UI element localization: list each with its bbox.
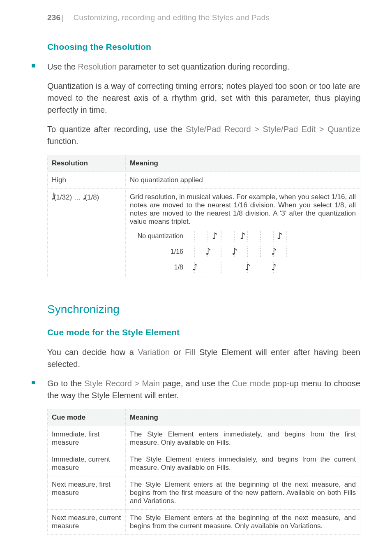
table-header-row: Cue mode Meaning	[48, 409, 360, 426]
cell: Immediate, current measure	[48, 451, 126, 476]
text: You can decide how a	[47, 348, 138, 357]
text: page, and use the	[160, 379, 232, 388]
cell: The Style Element enters immediately, an…	[126, 426, 360, 451]
quantize-row: 1/8 ♪♪♪	[130, 261, 356, 274]
text-emph: Fill	[185, 348, 196, 357]
svg-text:♪: ♪	[277, 231, 283, 241]
resolution-table: Resolution Meaning High No quantization …	[47, 155, 360, 278]
cell: Next measure, first measure	[48, 476, 126, 510]
notes-diagram-icon: ♪♪♪	[191, 246, 297, 258]
cell: The Style Element enters immediately, an…	[126, 451, 360, 476]
cell: The Style Element enters at the beginnin…	[126, 476, 360, 510]
notes-diagram-icon: ♪♪♪	[191, 261, 297, 274]
text: (1/32) …	[52, 193, 83, 201]
svg-text:♪: ♪	[245, 262, 251, 272]
cell: Grid resolution, in musical values. For …	[126, 189, 360, 278]
subheading-resolution: Choosing the Resolution	[47, 42, 360, 52]
svg-text:♪: ♪	[271, 246, 277, 257]
cell: 𝅘𝅥𝅱 (1/32) … 𝅘𝅥𝅮 (1/8)	[48, 189, 126, 278]
col-header: Meaning	[126, 409, 360, 426]
bullet-paragraph: Go to the Style Record > Main page, and …	[47, 378, 360, 402]
cell: Next measure, current measure	[48, 510, 126, 535]
paragraph: To quantize after recording, use the Sty…	[47, 123, 360, 147]
svg-text:♪: ♪	[192, 262, 198, 272]
section-heading-synchronizing: Synchronizing	[47, 303, 360, 316]
text: To quantize after recording, use the	[47, 125, 186, 134]
svg-text:♪: ♪	[271, 262, 277, 272]
cue-mode-table: Cue mode Meaning Immediate, first measur…	[47, 409, 360, 535]
quantize-label: 1/16	[130, 248, 183, 255]
page-number: 236	[47, 13, 60, 22]
svg-text:♪: ♪	[205, 246, 211, 257]
col-header: Meaning	[126, 155, 360, 172]
paragraph: Quantization is a way of correcting timi…	[47, 80, 360, 116]
table-row: Immediate, first measure The Style Eleme…	[48, 426, 360, 451]
col-header: Resolution	[48, 155, 126, 172]
svg-text:♪: ♪	[240, 231, 246, 241]
svg-text:♪: ♪	[212, 231, 218, 241]
page-root: 236 | Customizing, recording and editing…	[0, 0, 392, 551]
text: (1/8)	[83, 193, 99, 201]
text: parameter to set quantization during rec…	[117, 62, 289, 71]
text: or	[170, 348, 185, 357]
paragraph: Go to the Style Record > Main page, and …	[47, 378, 360, 402]
table-row: High No quantization applied	[48, 172, 360, 189]
text-emph: Style Record > Main	[85, 379, 160, 388]
table-header-row: Resolution Meaning	[48, 155, 360, 172]
paragraph: You can decide how a Variation or Fill S…	[47, 346, 360, 370]
table-row: 𝅘𝅥𝅱 (1/32) … 𝅘𝅥𝅮 (1/8) Grid resolution, …	[48, 189, 360, 278]
text: Go to the	[47, 379, 85, 388]
running-header: 236 | Customizing, recording and editing…	[47, 13, 360, 22]
cell: Immediate, first measure	[48, 426, 126, 451]
table-row: Next measure, first measure The Style El…	[48, 476, 360, 510]
header-separator: |	[61, 13, 63, 22]
text-emph: Variation	[138, 348, 170, 357]
text: Use the	[47, 62, 78, 71]
quantize-label: No quantization	[130, 232, 183, 240]
quantize-label: 1/8	[130, 264, 183, 271]
col-header: Cue mode	[48, 409, 126, 426]
notes-diagram-icon: ♪♪♪	[191, 230, 297, 242]
quantize-row: 1/16 ♪♪♪	[130, 246, 356, 258]
bullet-paragraph: Use the Resolution parameter to set quan…	[47, 61, 360, 73]
bullet-icon	[32, 381, 35, 384]
paragraph: Use the Resolution parameter to set quan…	[47, 61, 360, 73]
quantize-illustration: No quantization ♪♪♪	[130, 230, 356, 274]
svg-text:♪: ♪	[232, 246, 238, 257]
quantize-row: No quantization ♪♪♪	[130, 230, 356, 242]
text-emph: Style/Pad Record > Style/Pad Edit > Quan…	[186, 125, 360, 134]
cell: The Style Element enters at the beginnin…	[126, 510, 360, 535]
cell: No quantization applied	[126, 172, 360, 189]
table-row: Immediate, current measure The Style Ele…	[48, 451, 360, 476]
text-emph: Cue mode	[232, 379, 270, 388]
text-emph: Resolution	[78, 62, 117, 71]
cell: High	[48, 172, 126, 189]
chapter-title: Customizing, recording and editing the S…	[73, 13, 270, 22]
cell-text: Grid resolution, in musical values. For …	[130, 193, 356, 226]
table-row: Next measure, current measure The Style …	[48, 510, 360, 535]
subheading-cue-mode: Cue mode for the Style Element	[47, 327, 360, 337]
text: function.	[47, 137, 78, 146]
bullet-icon	[32, 64, 35, 67]
